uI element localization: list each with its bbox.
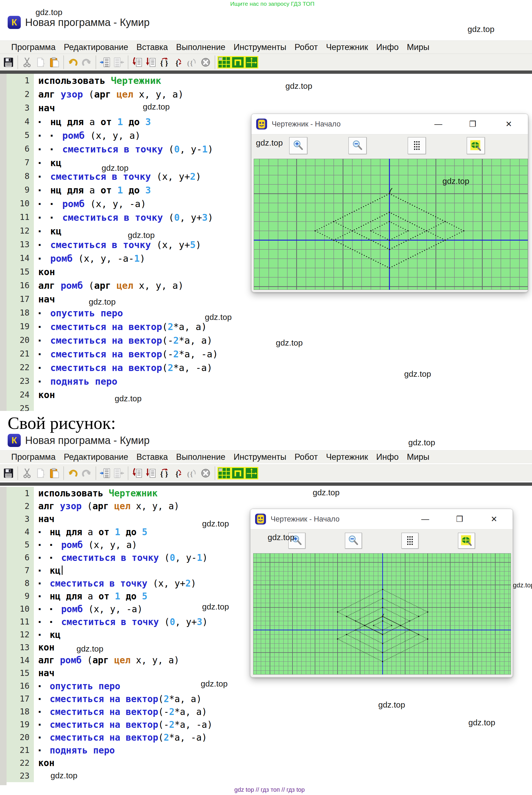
menu-item-2[interactable]: Вставка xyxy=(132,452,172,462)
menu-item-3[interactable]: Выполнение xyxy=(172,452,229,462)
maximize-button[interactable]: ❒ xyxy=(467,114,479,134)
minimize-button[interactable]: — xyxy=(419,509,431,529)
insert-below-button[interactable] xyxy=(144,466,158,480)
line-number: 16 xyxy=(6,679,34,692)
code-token: кон xyxy=(38,758,55,768)
code-text: ▪▪ромб (x, y, -a) xyxy=(34,197,146,210)
code-token: арг xyxy=(93,501,114,511)
svg-text:(: ( xyxy=(187,59,190,67)
unindent-button[interactable] xyxy=(112,466,126,480)
menu-item-3[interactable]: Выполнение xyxy=(172,42,229,52)
brace-remove-button[interactable]: { xyxy=(171,466,185,480)
app-title-row: К Новая программа - Кумир xyxy=(8,434,150,447)
code-token: 3 xyxy=(202,212,208,223)
copy-button[interactable] xyxy=(34,55,48,69)
maximize-button[interactable]: ❒ xyxy=(454,509,466,529)
indent-button[interactable] xyxy=(98,466,112,480)
paste-button[interactable] xyxy=(48,55,61,69)
show-all-button[interactable] xyxy=(458,533,475,549)
close-button[interactable]: ✕ xyxy=(503,114,515,134)
grid-button[interactable] xyxy=(408,137,426,154)
code-token: 3 xyxy=(197,617,202,627)
menu-item-6[interactable]: Чертежник xyxy=(322,452,372,462)
braces-inactive-button[interactable]: ({ xyxy=(185,55,199,69)
cut-button[interactable] xyxy=(20,466,34,480)
robot-field-window-button[interactable] xyxy=(217,55,231,69)
code-text: ▪нц для a от 1 до 3 xyxy=(34,115,151,128)
menu-item-4[interactable]: Инструменты xyxy=(229,42,290,52)
indent-bullet: ▪ xyxy=(38,361,50,374)
code-text: ▪сместиться на вектор(-2*a, a) xyxy=(34,333,212,347)
code-token: a xyxy=(88,527,99,537)
close-button[interactable]: ✕ xyxy=(488,509,500,529)
menu-item-0[interactable]: Программа xyxy=(7,452,59,462)
code-token: *a, a) xyxy=(174,706,207,717)
code-token: ромб xyxy=(61,280,89,291)
undo-button[interactable] xyxy=(66,466,80,480)
insert-below-button[interactable] xyxy=(144,55,158,69)
menu-item-8[interactable]: Миры xyxy=(403,42,434,52)
menu-item-7[interactable]: Инфо xyxy=(372,42,403,52)
code-text: кон xyxy=(34,388,55,402)
line-number: 16 xyxy=(6,279,34,292)
menu-item-5[interactable]: Робот xyxy=(290,452,322,462)
delete-word-button[interactable] xyxy=(199,466,212,480)
robot-field-window-button[interactable] xyxy=(217,466,231,480)
menu-item-8[interactable]: Миры xyxy=(403,452,434,462)
indent-bullet: ▪ xyxy=(50,142,62,156)
insert-above-button[interactable] xyxy=(131,55,144,69)
menu-item-6[interactable]: Чертежник xyxy=(322,42,372,52)
menu-item-2[interactable]: Вставка xyxy=(132,42,172,52)
insert-above-button[interactable] xyxy=(131,466,144,480)
redo-button[interactable] xyxy=(80,466,93,480)
indent-bullet: ▪ xyxy=(38,718,50,731)
toolbar: { }{({ xyxy=(0,54,532,71)
drafter-window-button[interactable] xyxy=(245,466,258,480)
code-text: ▪сместиться в точку (x, y+5) xyxy=(34,238,201,251)
menu-item-7[interactable]: Инфо xyxy=(372,452,403,462)
line-number: 19 xyxy=(6,718,34,731)
paste-button[interactable] xyxy=(48,466,61,480)
brace-remove-button[interactable]: { xyxy=(171,55,185,69)
indent-bullet: ▪ xyxy=(38,333,50,347)
line-number: 2 xyxy=(6,500,34,512)
code-token: нач xyxy=(38,668,55,678)
robot-window-button[interactable] xyxy=(231,466,245,480)
watermark: gdz.top xyxy=(101,163,128,173)
indent-bullet: ▪ xyxy=(50,128,62,142)
braces-add-button[interactable]: { } xyxy=(158,466,171,480)
show-all-button[interactable] xyxy=(467,137,485,154)
braces-add-button[interactable]: { } xyxy=(158,55,171,69)
zoom-out-button[interactable] xyxy=(348,137,366,154)
indent-button[interactable] xyxy=(98,55,112,69)
minimize-button[interactable]: — xyxy=(432,114,444,134)
code-token: ромб xyxy=(62,198,90,209)
menu-item-5[interactable]: Робот xyxy=(290,42,322,52)
code-token: 1 xyxy=(115,527,120,537)
menu-item-1[interactable]: Редактирование xyxy=(59,452,132,462)
code-token: ) xyxy=(202,552,208,563)
save-button[interactable] xyxy=(2,55,15,69)
redo-button[interactable] xyxy=(80,55,93,69)
watermark: gdz.top xyxy=(442,176,469,186)
unindent-button[interactable] xyxy=(112,55,126,69)
braces-inactive-button[interactable]: ({ xyxy=(185,466,199,480)
robot-window-button[interactable] xyxy=(231,55,245,69)
code-token: *a, -a) xyxy=(174,719,212,730)
code-text: ▪опустить перо xyxy=(34,306,123,320)
drafter-window-button[interactable] xyxy=(245,55,258,69)
undo-button[interactable] xyxy=(66,55,80,69)
indent-bullet: ▪ xyxy=(50,551,61,564)
zoom-out-button[interactable] xyxy=(345,533,362,549)
menu-item-1[interactable]: Редактирование xyxy=(59,42,132,52)
grid-button[interactable] xyxy=(401,533,418,549)
cut-button[interactable] xyxy=(20,55,34,69)
menu-item-0[interactable]: Программа xyxy=(7,42,59,52)
zoom-in-button[interactable] xyxy=(289,137,307,154)
delete-word-button[interactable] xyxy=(199,55,212,69)
copy-button[interactable] xyxy=(34,466,48,480)
line-number: 13 xyxy=(6,641,34,654)
menu-item-4[interactable]: Инструменты xyxy=(229,452,290,462)
svg-text:{: { xyxy=(176,469,178,478)
save-button[interactable] xyxy=(2,466,15,480)
